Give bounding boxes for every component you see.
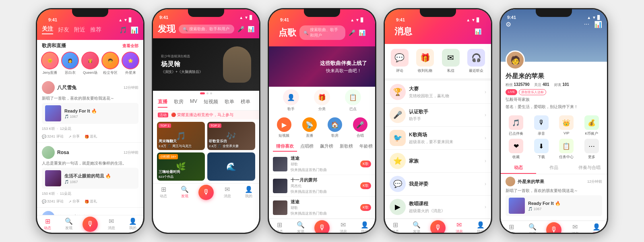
karaoke-icon-room[interactable]: 🏠 歌房 bbox=[324, 117, 346, 138]
more-icon[interactable]: ··· bbox=[584, 21, 589, 28]
action-vip[interactable]: 👑 VIP bbox=[555, 115, 578, 136]
gift-action-0[interactable]: 🎁 送礼 bbox=[85, 134, 97, 139]
gift-icon-1[interactable]: 🎵 bbox=[119, 26, 127, 34]
msg-item-0[interactable]: 🏆 大赛 竞猜校园歌王，赢礼物 › bbox=[385, 81, 491, 104]
share-action-1[interactable]: ↗ 分享 bbox=[68, 199, 80, 204]
tab-消息-5[interactable]: ✉ 消息 bbox=[564, 221, 586, 233]
scroll-tab-短视频[interactable]: 短视频 bbox=[204, 98, 218, 108]
chart-icon-5[interactable]: 📊 bbox=[594, 21, 602, 28]
scroll-tab-榜单[interactable]: 榜单 bbox=[241, 98, 250, 108]
scroll-tab-歌单[interactable]: 歌单 bbox=[225, 98, 234, 108]
search-bar-2[interactable]: 🔍 搜索歌曲、歌手和用户 bbox=[179, 25, 234, 33]
rank-tab-2[interactable]: 飙升榜 bbox=[317, 142, 336, 152]
tab-动态-4[interactable]: ⊞ 动态 bbox=[385, 219, 406, 233]
karaoke-icon-duet[interactable]: 🎤 合唱 bbox=[349, 117, 371, 138]
song-item-2[interactable]: 迷途 胡歌 快来挑战这首热门歌曲 K歌 bbox=[269, 197, 375, 219]
tab-好友[interactable]: 好友 bbox=[58, 26, 69, 33]
chart-icon-1[interactable]: 📊 bbox=[130, 26, 138, 34]
msg-item-5[interactable]: ▶ 教唱课程 超级最火的《消息》 › bbox=[385, 196, 491, 219]
song-item-0[interactable]: 迷途 胡歌 快来挑战这首热门歌曲 K歌 bbox=[269, 153, 375, 175]
scroll-tab-歌房[interactable]: 歌房 bbox=[174, 98, 184, 108]
tab-发现-1[interactable]: 🔍 发现 bbox=[58, 215, 80, 233]
live-user-2[interactable]: 👸 Queen场 bbox=[81, 52, 99, 75]
mic-icon-2[interactable]: 🎤 bbox=[237, 26, 244, 32]
chart-icon-3[interactable]: 📊 bbox=[359, 29, 365, 36]
action-played[interactable]: 🎵 已点伴奏 bbox=[505, 115, 528, 136]
live-user-3[interactable]: 🧒 粒尘专区 bbox=[101, 52, 119, 75]
tab-消息-3[interactable]: ✉ 消息 bbox=[332, 219, 354, 233]
k-badge-2[interactable]: K歌 bbox=[360, 204, 371, 211]
rank-tab-4[interactable]: 年龄榜 bbox=[356, 142, 375, 152]
action-tasks[interactable]: 📋 任务中心 bbox=[555, 139, 578, 160]
tab-我的-3[interactable]: 👤 我的 bbox=[354, 219, 375, 233]
tab-消息-2[interactable]: ✉ 消息 bbox=[217, 184, 238, 201]
record-btn-1[interactable]: 🎙 bbox=[83, 217, 98, 232]
content-tab-伴奏[interactable]: 伴奏与合唱 bbox=[572, 162, 607, 174]
rank-tab-1[interactable]: 点唱榜 bbox=[297, 142, 317, 152]
comment-action-1[interactable]: 💬 3241 评论 bbox=[42, 199, 64, 204]
profile-avatar[interactable]: 🧑 bbox=[506, 50, 525, 70]
karaoke-icon-live[interactable]: 📡 直播 bbox=[298, 117, 320, 138]
tab-record-1[interactable]: 🎙 bbox=[80, 215, 101, 233]
section-link-1[interactable]: 查看全部 bbox=[122, 43, 138, 49]
card-3[interactable]: 🌊 bbox=[207, 152, 255, 181]
rank-tab-0[interactable]: 猜你喜欢 bbox=[273, 142, 297, 152]
k-badge-1[interactable]: K歌 bbox=[360, 182, 371, 189]
tab-record-2[interactable]: 🎙 bbox=[196, 184, 217, 201]
tab-我的-5[interactable]: 👤 我的 bbox=[586, 221, 607, 233]
comment-action-0[interactable]: 💬 3241 评论 bbox=[42, 134, 64, 139]
tab-我的-1[interactable]: 👤 我的 bbox=[122, 215, 143, 233]
action-more[interactable]: ⋯ 更多 bbox=[580, 139, 603, 160]
tab-关注[interactable]: 关注 bbox=[42, 25, 53, 34]
feed-song-card-1[interactable]: 生活不止眼前的苟且 🔥 🎵 1067 bbox=[42, 168, 138, 189]
tab-動態-1[interactable]: ⊞ 动态 bbox=[37, 215, 58, 233]
card-1[interactable]: 🎶 TOP 2 听歌音乐坊 2.8万 🎵 全世界夫妻 bbox=[207, 122, 255, 150]
tab-动态-3[interactable]: ⊞ 动态 bbox=[269, 219, 290, 233]
msg-icon-comment[interactable]: 💬 评论 bbox=[389, 49, 411, 73]
record-btn-3[interactable]: 🎙 bbox=[314, 220, 330, 233]
song-item-1[interactable]: 十一月的萧邦 周杰伦 快来挑战这首热门歌曲 K歌 bbox=[269, 175, 375, 197]
record-btn-2[interactable]: 🎙 bbox=[198, 185, 214, 200]
rank-tab-3[interactable]: 新歌榜 bbox=[336, 142, 356, 152]
msg-icon-gift[interactable]: 🎁 收到礼物 bbox=[415, 49, 436, 73]
mic-icon-3[interactable]: 🎤 bbox=[349, 29, 355, 36]
scroll-tab-直播[interactable]: 直播 bbox=[158, 98, 167, 108]
k-badge-0[interactable]: K歌 bbox=[360, 161, 371, 167]
karaoke-icon-queued[interactable]: 📋 已点 bbox=[339, 89, 367, 112]
tab-动态-5[interactable]: ⊞ 动态 bbox=[501, 221, 522, 233]
scroll-tab-MV[interactable]: MV bbox=[190, 98, 197, 108]
live-user-0[interactable]: 😊 Jeny直播 bbox=[41, 52, 59, 75]
action-record[interactable]: 🎙 录音 bbox=[530, 115, 553, 136]
tab-消息-4[interactable]: ✉ 消息 bbox=[448, 219, 470, 233]
tab-record-4[interactable]: 🎙 bbox=[427, 219, 449, 233]
tab-消息-1[interactable]: ✉ 消息 bbox=[101, 215, 122, 233]
karaoke-icon-category[interactable]: 🎁 分类 bbox=[308, 89, 336, 112]
record-btn-4[interactable]: 🎙 bbox=[430, 220, 446, 233]
content-tab-作品[interactable]: 作品 bbox=[536, 162, 572, 174]
card-0[interactable]: 🎵 TOP 1 周末嗨翻天 2.8万 🎵 周王与乌克兰 bbox=[157, 122, 205, 150]
msg-icon-listener[interactable]: 🎧 最近听众 bbox=[466, 49, 487, 73]
feed-song-card-0[interactable]: Ready For It 🔥 🎵 1067 bbox=[42, 103, 138, 124]
content-tab-动态[interactable]: 动态 bbox=[501, 162, 536, 174]
tab-附近[interactable]: 附近 bbox=[74, 26, 85, 33]
msg-item-1[interactable]: 🎤 认证歌手 助手手 › bbox=[385, 104, 491, 127]
karaoke-icon-shortvid[interactable]: ▶ 短视频 bbox=[273, 117, 295, 138]
tab-发现-3[interactable]: 🔍 发现 bbox=[290, 219, 312, 233]
tab-发现-4[interactable]: 🔍 发现 bbox=[406, 219, 427, 233]
settings-icon[interactable]: ⚙ bbox=[506, 21, 511, 28]
record-btn-5[interactable]: 🎙 bbox=[546, 222, 561, 233]
search-bar-3[interactable]: 🔍 搜索歌曲、歌手和用户 bbox=[299, 25, 345, 40]
gift-action-1[interactable]: 🎁 送礼 bbox=[85, 199, 97, 204]
share-action-0[interactable]: ↗ 分享 bbox=[68, 134, 80, 139]
tab-我的-2[interactable]: 👤 我的 bbox=[238, 184, 259, 201]
tab-record-3[interactable]: 🎙 bbox=[312, 219, 333, 233]
msg-icon-dm[interactable]: ✉ 私信 bbox=[440, 49, 462, 73]
chart-icon-4[interactable]: 📊 bbox=[475, 28, 481, 35]
msg-item-2[interactable]: 🐦 K歌商场 超级喜欢，要不要来回来 › bbox=[385, 127, 491, 150]
card-2[interactable]: 🌿 小时榜 34+ 三嗨哈最时尚 823个作品 bbox=[157, 152, 205, 181]
action-collect[interactable]: ❤ 收藏 bbox=[505, 139, 528, 160]
tab-发现-5[interactable]: 🔍 发现 bbox=[522, 221, 543, 233]
tab-record-5[interactable]: 🎙 bbox=[543, 221, 565, 233]
tab-我的-4[interactable]: 👤 我的 bbox=[470, 219, 491, 233]
action-coins[interactable]: 💰 K币账户 bbox=[580, 115, 603, 136]
